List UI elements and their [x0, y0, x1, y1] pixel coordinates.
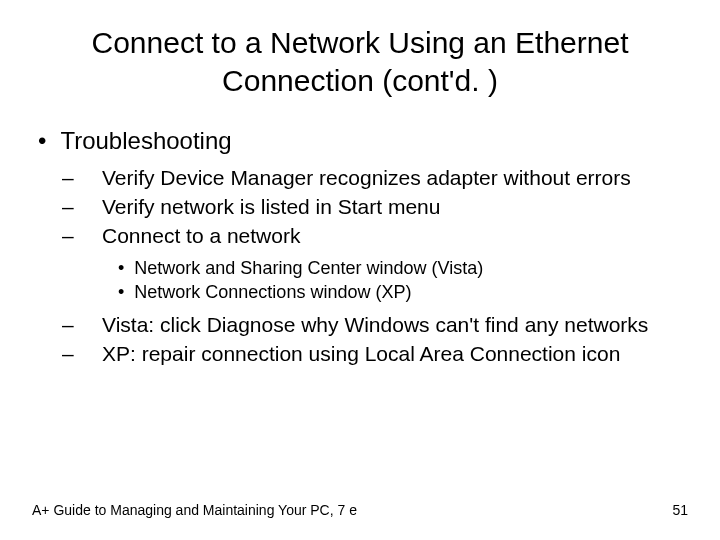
bullet-level2: –XP: repair connection using Local Area …: [82, 341, 688, 368]
bullet-level2-text: Vista: click Diagnose why Windows can't …: [102, 313, 648, 336]
bullet-level2-text: Verify Device Manager recognizes adapter…: [102, 166, 631, 189]
dash-icon: –: [82, 223, 102, 250]
bullet-dot-icon: •: [118, 282, 124, 302]
slide-footer: A+ Guide to Managing and Maintaining You…: [32, 502, 688, 518]
dash-icon: –: [82, 194, 102, 221]
bullet-level3: •Network and Sharing Center window (Vist…: [118, 256, 688, 280]
footer-page-number: 51: [672, 502, 688, 518]
footer-source: A+ Guide to Managing and Maintaining You…: [32, 502, 357, 518]
level2-list: –Verify Device Manager recognizes adapte…: [82, 165, 688, 368]
bullet-level2: –Verify network is listed in Start menu: [82, 194, 688, 221]
bullet-level3: •Network Connections window (XP): [118, 280, 688, 304]
bullet-level2: –Vista: click Diagnose why Windows can't…: [82, 312, 688, 339]
bullet-level2-text: XP: repair connection using Local Area C…: [102, 342, 620, 365]
bullet-level1: •Troubleshooting: [38, 127, 688, 155]
dash-icon: –: [82, 165, 102, 192]
dash-icon: –: [82, 341, 102, 368]
bullet-level2-text: Verify network is listed in Start menu: [102, 195, 440, 218]
bullet-level2: –Verify Device Manager recognizes adapte…: [82, 165, 688, 192]
bullet-level3-text: Network Connections window (XP): [134, 282, 411, 302]
bullet-level2-text: Connect to a network: [102, 224, 300, 247]
level3-list: •Network and Sharing Center window (Vist…: [118, 256, 688, 305]
bullet-level2: –Connect to a network: [82, 223, 688, 250]
bullet-level1-text: Troubleshooting: [60, 127, 231, 154]
dash-icon: –: [82, 312, 102, 339]
bullet-dot-icon: •: [118, 258, 124, 278]
slide-title: Connect to a Network Using an Ethernet C…: [72, 24, 648, 99]
bullet-dot-icon: •: [38, 127, 46, 154]
bullet-level3-text: Network and Sharing Center window (Vista…: [134, 258, 483, 278]
